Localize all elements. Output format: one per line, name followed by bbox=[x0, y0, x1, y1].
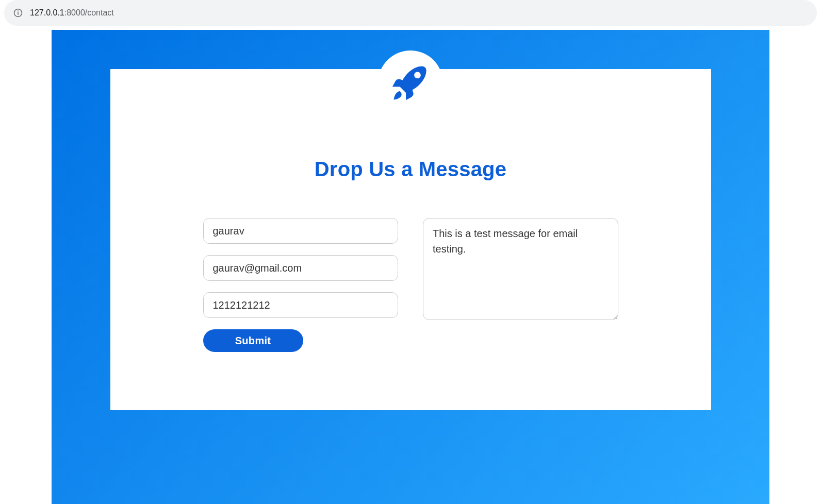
phone-input[interactable] bbox=[203, 292, 399, 318]
submit-button[interactable]: Submit bbox=[203, 329, 303, 352]
email-input[interactable] bbox=[203, 255, 399, 281]
contact-form: Submit This is a test message for email … bbox=[110, 218, 711, 352]
rocket-icon bbox=[387, 60, 434, 106]
browser-address-bar[interactable]: 127.0.0.1:8000/contact bbox=[4, 0, 817, 26]
form-left-column: Submit bbox=[203, 218, 399, 352]
message-textarea[interactable]: This is a test message for email testing… bbox=[423, 218, 618, 320]
url-path: :8000/contact bbox=[64, 8, 114, 17]
info-icon bbox=[13, 8, 23, 18]
name-input[interactable] bbox=[203, 218, 399, 244]
page-title: Drop Us a Message bbox=[110, 158, 711, 181]
url-host: 127.0.0.1 bbox=[30, 8, 64, 17]
logo-badge bbox=[378, 51, 443, 115]
hero-background: Drop Us a Message Submit This is a test … bbox=[52, 30, 769, 504]
page-viewport: Drop Us a Message Submit This is a test … bbox=[0, 30, 821, 504]
url-text: 127.0.0.1:8000/contact bbox=[30, 8, 114, 18]
contact-card: Drop Us a Message Submit This is a test … bbox=[110, 69, 711, 410]
svg-point-2 bbox=[18, 11, 19, 11]
form-right-column: This is a test message for email testing… bbox=[423, 218, 618, 352]
